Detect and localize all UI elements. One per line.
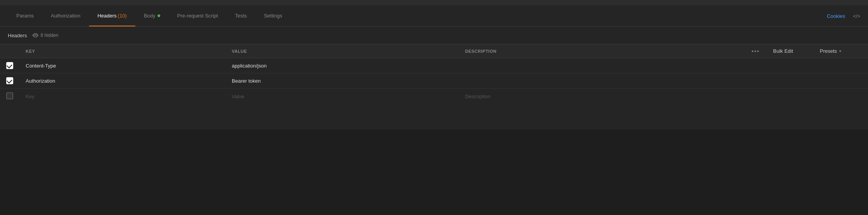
code-button[interactable]: </> — [853, 13, 860, 19]
value-cell[interactable]: Value — [226, 88, 459, 105]
bulk-edit-header[interactable]: Bulk Edit — [767, 44, 814, 58]
row-actions-cell — [744, 73, 767, 88]
checkbox-header — [0, 44, 19, 58]
row-bulk-edit-cell — [767, 73, 814, 88]
three-dots-icon[interactable] — [750, 50, 761, 52]
hidden-count: 8 hidden — [40, 33, 58, 38]
cookies-button[interactable]: Cookies — [827, 13, 845, 19]
checkbox-cell[interactable] — [0, 73, 19, 88]
description-cell[interactable]: Description — [459, 88, 744, 105]
key-header: KEY — [19, 44, 226, 58]
table-row: Authorization Bearer token — [0, 73, 868, 88]
row-actions-cell — [744, 88, 767, 105]
tab-body[interactable]: Body — [135, 5, 169, 26]
presets-header[interactable]: Presets ▾ — [814, 44, 868, 58]
description-header: DESCRIPTION — [459, 44, 744, 58]
row-checkbox[interactable] — [6, 77, 13, 84]
headers-table-container: KEY VALUE DESCRIPTION Bulk Edit Presets — [0, 44, 868, 130]
table-row: Content-Type application/json — [0, 58, 868, 73]
row-presets-cell — [814, 88, 868, 105]
row-presets-cell — [814, 73, 868, 88]
headers-table: KEY VALUE DESCRIPTION Bulk Edit Presets — [0, 44, 868, 104]
bottom-section — [0, 130, 868, 215]
body-dot-indicator — [158, 14, 160, 17]
tab-bar-right: Cookies </> — [827, 13, 860, 19]
key-cell[interactable]: Authorization — [19, 73, 226, 88]
row-bulk-edit-cell — [767, 88, 814, 105]
tab-bar-left: Params Authorization Headers (10) Body P… — [8, 5, 291, 26]
value-cell[interactable]: application/json — [226, 58, 459, 73]
tab-tests[interactable]: Tests — [226, 5, 255, 26]
tab-bar: Params Authorization Headers (10) Body P… — [0, 5, 868, 27]
tab-prerequest[interactable]: Pre-request Script — [169, 5, 227, 26]
value-cell[interactable]: Bearer token — [226, 73, 459, 88]
chevron-down-icon: ▾ — [839, 49, 841, 53]
table-header-row: KEY VALUE DESCRIPTION Bulk Edit Presets — [0, 44, 868, 58]
checkbox-cell[interactable] — [0, 88, 19, 105]
row-checkbox[interactable] — [6, 92, 13, 99]
tab-params[interactable]: Params — [8, 5, 42, 26]
presets-button[interactable]: Presets ▾ — [820, 48, 862, 54]
row-checkbox[interactable] — [6, 62, 13, 69]
tab-settings[interactable]: Settings — [256, 5, 291, 26]
table-row: Key Value Description — [0, 88, 868, 105]
row-bulk-edit-cell — [767, 58, 814, 73]
key-cell[interactable]: Key — [19, 88, 226, 105]
tab-authorization[interactable]: Authorization — [42, 5, 89, 26]
row-actions-cell — [744, 58, 767, 73]
description-cell[interactable] — [459, 58, 744, 73]
table-body: Content-Type application/json — [0, 58, 868, 105]
sub-header: Headers 8 hidden — [0, 27, 868, 44]
headers-label: Headers — [8, 33, 27, 38]
description-cell[interactable] — [459, 73, 744, 88]
hidden-badge: 8 hidden — [32, 32, 58, 38]
tab-headers[interactable]: Headers (10) — [89, 5, 135, 26]
eye-icon — [32, 32, 38, 38]
key-cell[interactable]: Content-Type — [19, 58, 226, 73]
checkbox-cell[interactable] — [0, 58, 19, 73]
actions-header — [744, 44, 767, 58]
row-presets-cell — [814, 58, 868, 73]
value-header: VALUE — [226, 44, 459, 58]
